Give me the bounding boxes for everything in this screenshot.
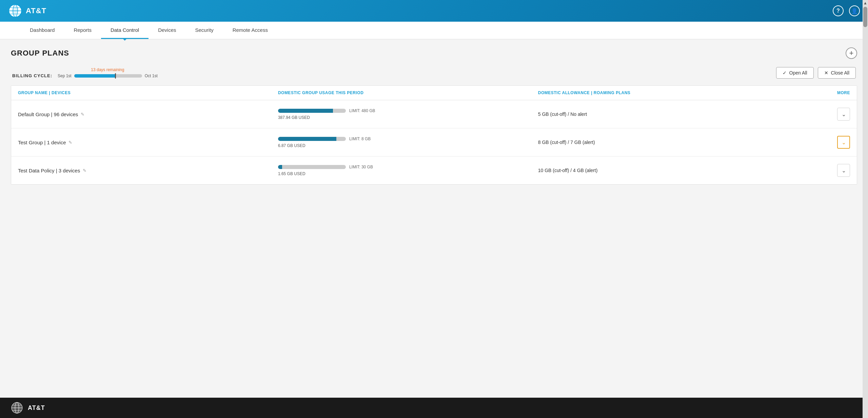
main-nav: Dashboard Reports Data Control Devices S…: [0, 22, 868, 39]
nav-data-control[interactable]: Data Control: [101, 22, 149, 39]
billing-actions: ✓ Open All ✕ Close All: [776, 67, 856, 79]
edit-icon-policy[interactable]: ✎: [83, 168, 86, 173]
close-all-icon: ✕: [824, 70, 828, 76]
billing-progress-bar: [74, 74, 142, 78]
main-content: GROUP PLANS + BILLING CYCLE: 13 days rem…: [0, 39, 868, 398]
usage-bar-wrap-policy: LIMIT: 30 GB: [278, 165, 538, 169]
usage-used-test: 6.87 GB USED: [278, 143, 538, 148]
usage-bar-fill-test: [278, 137, 336, 141]
usage-bar-wrap-test: LIMIT: 8 GB: [278, 137, 538, 141]
nav-dashboard[interactable]: Dashboard: [20, 22, 64, 39]
nav-reports[interactable]: Reports: [64, 22, 101, 39]
add-group-button[interactable]: +: [846, 47, 857, 59]
col-header-group-name: GROUP NAME | DEVICES: [18, 90, 278, 95]
chevron-cell-policy: ⌄: [798, 164, 850, 177]
allowance-cell-default: 5 GB (cut-off) / No alert: [538, 111, 798, 117]
header-brand: AT&T: [8, 4, 46, 18]
table-header-row: GROUP NAME | DEVICES DOMESTIC GROUP USAG…: [11, 86, 857, 100]
table-row: Test Group | 1 device ✎ LIMIT: 8 GB 6.87…: [11, 128, 857, 156]
usage-bar-fill-policy: [278, 165, 282, 169]
group-name-test: Test Group | 1 device: [18, 140, 66, 145]
chevron-button-policy[interactable]: ⌄: [837, 164, 850, 177]
chevron-button-test[interactable]: ⌄: [837, 136, 850, 149]
chevron-cell-default: ⌄: [798, 108, 850, 121]
open-all-icon: ✓: [783, 70, 787, 76]
user-icon[interactable]: 👤: [849, 5, 860, 16]
billing-end-date: Oct 1st: [145, 74, 158, 78]
usage-bar-policy: [278, 165, 346, 169]
scroll-up-arrow[interactable]: ▲: [863, 1, 867, 5]
group-name-cell-policy: Test Data Policy | 3 devices ✎: [18, 168, 278, 173]
usage-used-default: 387.94 GB USED: [278, 115, 538, 120]
table-row: Default Group | 96 devices ✎ LIMIT: 480 …: [11, 100, 857, 128]
scroll-thumb[interactable]: [863, 7, 867, 27]
usage-bar-wrap-default: LIMIT: 480 GB: [278, 108, 538, 113]
footer-brand-text: AT&T: [28, 404, 45, 412]
billing-bar-fill: [74, 74, 115, 78]
billing-label: BILLING CYCLE:: [12, 73, 52, 78]
billing-cycle-section: BILLING CYCLE: 13 days remaining Sep 1st…: [11, 67, 857, 79]
app-footer: AT&T: [0, 398, 868, 418]
usage-limit-policy: LIMIT: 30 GB: [349, 165, 373, 169]
att-globe-icon: [8, 4, 22, 18]
open-all-button[interactable]: ✓ Open All: [776, 67, 814, 79]
group-name-cell-test: Test Group | 1 device ✎: [18, 140, 278, 145]
scrollbar[interactable]: ▲: [863, 0, 868, 418]
col-header-more: MORE: [798, 90, 850, 95]
group-name-default: Default Group | 96 devices: [18, 111, 78, 117]
usage-bar-fill-default: [278, 109, 333, 113]
help-icon[interactable]: ?: [833, 5, 844, 16]
usage-cell-test: LIMIT: 8 GB 6.87 GB USED: [278, 137, 538, 148]
usage-limit-test: LIMIT: 8 GB: [349, 137, 371, 141]
billing-bar-wrap: 13 days remaining Sep 1st Oct 1st: [58, 67, 158, 78]
footer-globe-icon: [11, 402, 23, 414]
billing-bar-container: Sep 1st Oct 1st: [58, 74, 158, 78]
usage-bar-default: [278, 109, 346, 113]
close-all-button[interactable]: ✕ Close All: [818, 67, 856, 79]
billing-start-date: Sep 1st: [58, 74, 72, 78]
group-plans-table: GROUP NAME | DEVICES DOMESTIC GROUP USAG…: [11, 85, 857, 185]
edit-icon-test[interactable]: ✎: [68, 140, 72, 145]
allowance-cell-policy: 10 GB (cut-off) / 4 GB (alert): [538, 168, 798, 173]
col-header-usage: DOMESTIC GROUP USAGE THIS PERIOD: [278, 90, 538, 95]
page-title: GROUP PLANS: [11, 49, 69, 58]
att-brand-text: AT&T: [26, 6, 46, 15]
group-name-cell-default: Default Group | 96 devices ✎: [18, 111, 278, 117]
nav-devices[interactable]: Devices: [149, 22, 185, 39]
header-action-icons: ? 👤: [833, 5, 860, 16]
nav-security[interactable]: Security: [186, 22, 223, 39]
allowance-cell-test: 8 GB (cut-off) / 7 GB (alert): [538, 140, 798, 145]
usage-cell-default: LIMIT: 480 GB 387.94 GB USED: [278, 108, 538, 120]
usage-bar-test: [278, 137, 346, 141]
col-header-allowance: DOMESTIC ALLOWANCE | ROAMING PLANS: [538, 90, 798, 95]
att-logo: AT&T: [8, 4, 46, 18]
usage-limit-default: LIMIT: 480 GB: [349, 108, 375, 113]
billing-remaining-text: 13 days remaining: [58, 67, 158, 72]
group-name-policy: Test Data Policy | 3 devices: [18, 168, 80, 173]
billing-left: BILLING CYCLE: 13 days remaining Sep 1st…: [12, 67, 158, 78]
nav-remote-access[interactable]: Remote Access: [223, 22, 277, 39]
chevron-button-default[interactable]: ⌄: [837, 108, 850, 121]
edit-icon-default[interactable]: ✎: [81, 112, 84, 117]
table-row: Test Data Policy | 3 devices ✎ LIMIT: 30…: [11, 156, 857, 184]
billing-bar-marker: [115, 73, 116, 79]
section-header: GROUP PLANS +: [11, 47, 857, 59]
app-header: AT&T ? 👤: [0, 0, 868, 22]
chevron-cell-test: ⌄: [798, 136, 850, 149]
usage-cell-policy: LIMIT: 30 GB 1.65 GB USED: [278, 165, 538, 176]
usage-used-policy: 1.65 GB USED: [278, 171, 538, 176]
